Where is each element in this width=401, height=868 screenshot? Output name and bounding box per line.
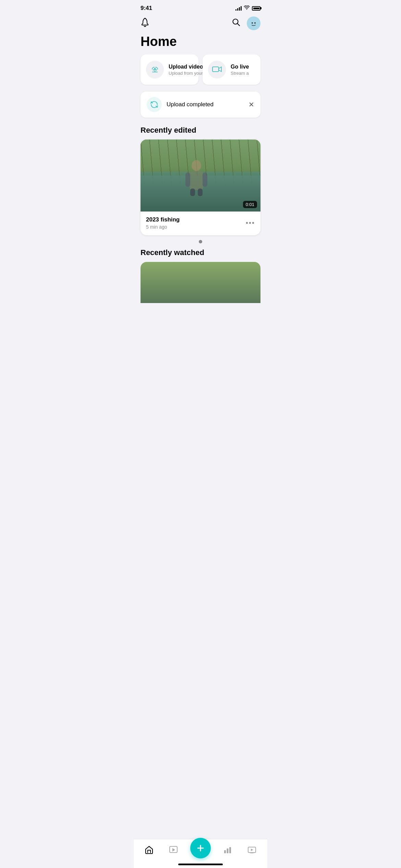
go-live-card[interactable]: Go live Stream a [203, 55, 260, 85]
video-title: 2023 fishing [146, 216, 246, 223]
notif-text: Upload completed [167, 101, 214, 108]
svg-point-2 [252, 22, 253, 24]
avatar[interactable] [247, 16, 260, 30]
home-indicator [178, 864, 223, 865]
search-icon[interactable] [232, 18, 241, 29]
wifi-icon [244, 5, 250, 11]
nav-item-content[interactable] [166, 845, 181, 856]
svg-point-3 [254, 22, 256, 24]
nav-item-add[interactable] [190, 843, 211, 858]
pagination-dot-active [199, 240, 202, 243]
action-cards: Upload video Upload from your device Go … [134, 55, 267, 92]
svg-rect-10 [198, 189, 203, 196]
battery-icon [252, 6, 260, 11]
analytics-icon [223, 845, 232, 856]
page-title: Home [141, 34, 260, 49]
recently-watched-section: Recently watched [134, 248, 267, 337]
go-live-subtitle: Stream a [231, 71, 249, 76]
status-icons [235, 5, 260, 11]
video-info: 2023 fishing 5 min ago ••• [141, 212, 260, 235]
watched-thumb-bg [141, 262, 260, 303]
go-live-icon [208, 61, 226, 79]
header-right [232, 16, 260, 30]
svg-point-1 [249, 19, 258, 28]
header [134, 14, 267, 33]
svg-rect-8 [203, 172, 207, 187]
home-icon [145, 845, 154, 856]
add-button[interactable] [190, 838, 211, 858]
video-more-button[interactable]: ••• [246, 219, 255, 227]
video-card[interactable]: 0:01 2023 fishing 5 min ago ••• [141, 140, 260, 235]
go-live-text: Go live Stream a [231, 64, 249, 76]
svg-rect-4 [212, 67, 219, 72]
bell-icon[interactable] [141, 17, 149, 29]
svg-rect-12 [224, 850, 226, 853]
content-icon [169, 845, 178, 856]
notif-left: Upload completed [147, 97, 214, 112]
status-bar: 9:41 [134, 0, 267, 14]
recently-edited-title: Recently edited [134, 126, 267, 140]
notif-sync-icon [147, 97, 162, 112]
page-title-section: Home [134, 33, 267, 55]
upload-video-card[interactable]: Upload video Upload from your device [141, 55, 198, 85]
recently-watched-title: Recently watched [134, 248, 267, 262]
pagination-dots [134, 235, 267, 248]
go-live-title: Go live [231, 64, 249, 70]
svg-rect-13 [227, 848, 228, 853]
recently-watched-thumbnail[interactable] [141, 262, 260, 303]
svg-point-5 [192, 160, 201, 171]
fishing-scene-bg [141, 140, 260, 212]
video-thumbnail: 0:01 [141, 140, 260, 212]
nav-item-watch[interactable] [244, 845, 259, 856]
svg-rect-7 [185, 172, 190, 187]
status-time: 9:41 [141, 5, 152, 12]
video-card-container: 0:01 2023 fishing 5 min ago ••• [134, 140, 267, 235]
signal-icon [235, 6, 242, 11]
notif-close-button[interactable]: ✕ [248, 100, 254, 109]
upload-video-icon [146, 61, 164, 79]
nav-item-home[interactable] [142, 845, 157, 856]
nav-item-analytics[interactable] [220, 845, 235, 856]
video-meta: 2023 fishing 5 min ago [146, 216, 246, 230]
svg-rect-14 [229, 847, 231, 853]
watch-icon [247, 845, 256, 856]
video-time-ago: 5 min ago [146, 224, 246, 230]
upload-notification[interactable]: Upload completed ✕ [141, 92, 260, 118]
svg-rect-6 [190, 171, 203, 190]
bottom-nav [134, 839, 267, 868]
video-duration: 0:01 [243, 201, 257, 208]
svg-rect-9 [190, 189, 195, 196]
